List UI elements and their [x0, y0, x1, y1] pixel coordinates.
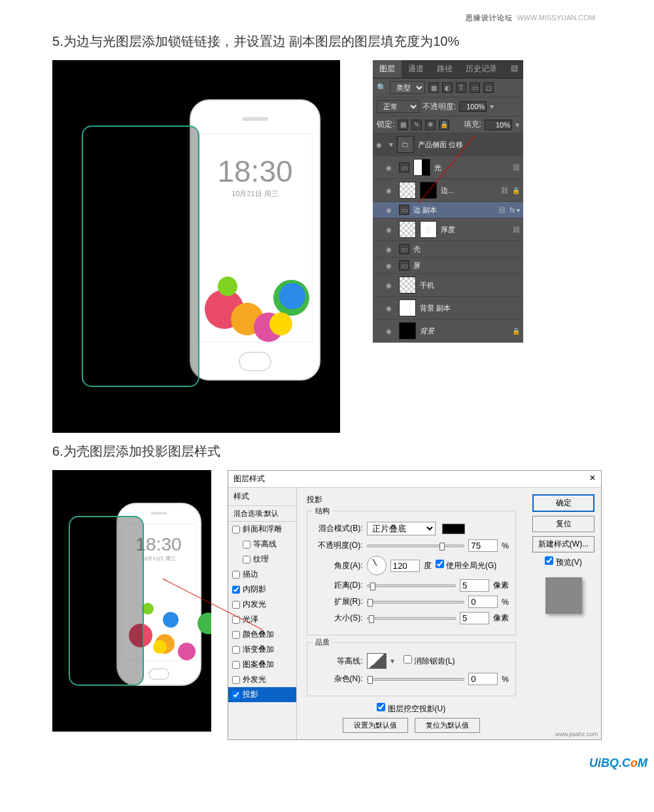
- visibility-icon[interactable]: [376, 140, 385, 149]
- style-checkbox[interactable]: [232, 616, 240, 624]
- reset-default-button[interactable]: 复位为默认值: [415, 718, 480, 733]
- tab-layers[interactable]: 图层: [373, 60, 402, 78]
- style-item[interactable]: 图案叠加: [228, 657, 296, 672]
- style-item[interactable]: 内发光: [228, 597, 296, 612]
- opacity-input[interactable]: [459, 101, 487, 112]
- visibility-icon[interactable]: [386, 280, 395, 290]
- visibility-icon[interactable]: [386, 326, 395, 335]
- style-item[interactable]: 内阴影: [228, 582, 296, 597]
- visibility-icon[interactable]: [386, 261, 395, 270]
- preview-checkbox[interactable]: [545, 556, 553, 565]
- opacity-label: 不透明度:: [422, 101, 456, 112]
- distance-slider[interactable]: [367, 584, 456, 587]
- layer-group[interactable]: ▾ 🗀 产品侧面 位移: [373, 133, 523, 156]
- layer-item[interactable]: ▭ 屏: [373, 258, 523, 274]
- angle-dial[interactable]: [367, 556, 387, 575]
- global-light-checkbox[interactable]: [436, 560, 444, 568]
- visibility-icon[interactable]: [386, 205, 395, 214]
- visibility-icon[interactable]: [386, 225, 395, 234]
- style-checkbox[interactable]: [232, 646, 240, 654]
- lock-position-icon[interactable]: ✥: [425, 120, 436, 130]
- filter-pixel-icon[interactable]: ▦: [428, 82, 439, 93]
- lock-transparency-icon[interactable]: ▦: [398, 120, 408, 130]
- noise-slider[interactable]: [367, 678, 465, 681]
- visibility-icon[interactable]: [386, 186, 395, 195]
- style-checkbox[interactable]: [232, 586, 240, 594]
- layer-item[interactable]: 边... ⛓ 🔒: [373, 179, 523, 202]
- layer-item[interactable]: ▭ 壳: [373, 241, 523, 258]
- style-label: 光泽: [243, 614, 258, 625]
- link-icon[interactable]: ⛓: [513, 163, 520, 171]
- layer-thumb: [399, 221, 416, 238]
- style-item[interactable]: 投影: [228, 687, 296, 702]
- style-checkbox[interactable]: [232, 571, 240, 579]
- visibility-icon[interactable]: [386, 163, 395, 172]
- layer-item[interactable]: ▯ 厚度 ⛓: [373, 218, 523, 241]
- filter-type-select[interactable]: 类型: [390, 81, 425, 94]
- style-checkbox[interactable]: [243, 541, 250, 549]
- spread-slider[interactable]: [367, 601, 465, 603]
- fill-input[interactable]: [485, 120, 512, 130]
- style-label: 外发光: [243, 674, 266, 685]
- antialias-checkbox[interactable]: [404, 655, 412, 664]
- style-checkbox[interactable]: [243, 556, 250, 564]
- visibility-icon[interactable]: [386, 245, 395, 254]
- size-slider[interactable]: [367, 617, 456, 620]
- section-title: 投影: [307, 494, 516, 505]
- fx-badge[interactable]: fx ▾: [509, 207, 520, 214]
- style-item[interactable]: 描边: [228, 567, 296, 582]
- layer-item[interactable]: 背景 🔒: [373, 320, 523, 343]
- close-icon[interactable]: ✕: [589, 473, 596, 484]
- panel-menu-icon[interactable]: ▤: [506, 60, 523, 78]
- style-item[interactable]: 外发光: [228, 672, 296, 687]
- link-icon[interactable]: ⛓: [513, 226, 520, 233]
- ok-button[interactable]: 确定: [532, 494, 594, 512]
- blend-mode-select[interactable]: 正常: [377, 100, 419, 113]
- cancel-button[interactable]: 复位: [532, 516, 594, 532]
- style-checkbox[interactable]: [232, 676, 240, 684]
- blend-mode-select[interactable]: 正片叠底: [367, 522, 436, 535]
- style-item[interactable]: 纹理: [228, 552, 296, 567]
- new-style-button[interactable]: 新建样式(W)...: [532, 536, 594, 552]
- contour-swatch[interactable]: [367, 653, 387, 669]
- style-item[interactable]: 颜色叠加: [228, 627, 296, 642]
- filter-shape-icon[interactable]: ▭: [470, 82, 480, 93]
- filter-adjust-icon[interactable]: ◐: [442, 82, 453, 93]
- blend-options-header[interactable]: 混合选项:默认: [228, 506, 296, 522]
- link-icon[interactable]: ⛓: [501, 186, 508, 194]
- layer-item[interactable]: ▭ 光 ⛓: [373, 156, 523, 179]
- color-swatch[interactable]: [442, 524, 465, 534]
- lock-image-icon[interactable]: ✎: [411, 120, 422, 130]
- tab-history[interactable]: 历史记录: [459, 60, 504, 78]
- link-icon[interactable]: ⛓: [498, 206, 506, 214]
- layer-item[interactable]: 手机: [373, 274, 523, 297]
- style-checkbox[interactable]: [232, 631, 240, 639]
- layer-item-selected[interactable]: ▭ 边 副本 ⛓ fx ▾: [373, 202, 523, 218]
- filter-type-icon[interactable]: T: [456, 82, 466, 93]
- lock-all-icon[interactable]: 🔒: [439, 120, 449, 130]
- style-checkbox[interactable]: [232, 691, 240, 699]
- set-default-button[interactable]: 设置为默认值: [343, 718, 408, 733]
- filter-smart-icon[interactable]: ◻: [483, 82, 494, 93]
- styles-header[interactable]: 样式: [228, 488, 296, 506]
- spread-input[interactable]: [468, 596, 498, 608]
- distance-input[interactable]: [460, 579, 489, 592]
- layer-item[interactable]: 背景 副本: [373, 297, 523, 320]
- style-item[interactable]: 光泽: [228, 612, 296, 627]
- tab-channels[interactable]: 通道: [402, 60, 430, 78]
- style-item[interactable]: 等高线: [228, 537, 296, 552]
- visibility-icon[interactable]: [386, 303, 395, 313]
- style-checkbox[interactable]: [232, 526, 240, 533]
- knockout-checkbox[interactable]: [377, 703, 385, 711]
- style-item[interactable]: 渐变叠加: [228, 642, 296, 657]
- style-item[interactable]: 斜面和浮雕: [228, 522, 296, 537]
- size-input[interactable]: [460, 612, 489, 624]
- style-checkbox[interactable]: [232, 601, 240, 609]
- layer-mask-thumb: [420, 182, 437, 199]
- noise-input[interactable]: [468, 673, 498, 685]
- opacity-slider[interactable]: [367, 545, 465, 547]
- tab-paths[interactable]: 路径: [430, 60, 459, 78]
- style-checkbox[interactable]: [232, 661, 240, 669]
- opacity-input[interactable]: [468, 539, 498, 552]
- angle-input[interactable]: [390, 560, 420, 572]
